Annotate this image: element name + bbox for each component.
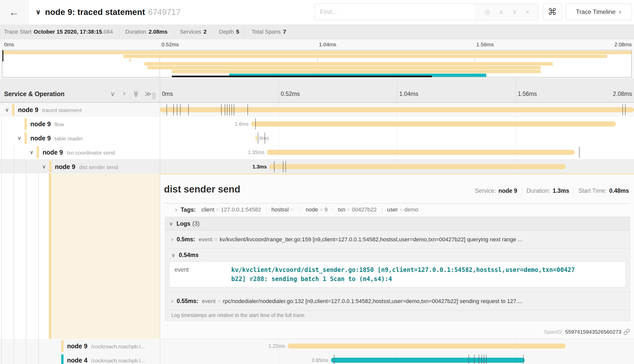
back-arrow-icon: ← xyxy=(9,7,19,18)
log-marker-tick xyxy=(225,104,225,115)
minimap-tick-label: 0ms xyxy=(4,41,14,48)
meta-label: Service: xyxy=(475,187,496,194)
tag-value: demo xyxy=(404,206,418,213)
minimap-span-bar xyxy=(129,58,131,62)
log-entry[interactable]: ›0.5ms:event=kv/kvclient/kvcoord/range_i… xyxy=(165,230,630,248)
tags-row[interactable]: › Tags: client=127.0.0.1:54582hostssl=no… xyxy=(175,206,418,213)
summary-separator xyxy=(174,28,174,35)
trace-timeline-selector[interactable]: Trace Timeline ∨ xyxy=(566,4,632,20)
tag-equals: = xyxy=(290,207,293,213)
trace-title[interactable]: ∨ node 9: traced statement 6749717 xyxy=(35,0,181,24)
log-marker-tick xyxy=(469,355,469,364)
collapse-chevron-icon[interactable]: ∨ xyxy=(35,8,41,16)
log-equals: = xyxy=(214,236,218,243)
column-resizer[interactable] xyxy=(153,93,155,99)
span-service-name: node 9 xyxy=(18,106,38,113)
tag-separator xyxy=(333,206,333,213)
meta-value: 0.48ms xyxy=(609,187,629,194)
back-button[interactable]: ← xyxy=(0,0,28,24)
tags-label: Tags: xyxy=(181,206,196,213)
log-entry-toggle[interactable]: ∨0.54ms xyxy=(165,248,630,260)
log-event-value: kv/kvclient/kvcoord/range_iter.go:159 [n… xyxy=(220,236,522,243)
log-marker-tick xyxy=(234,104,234,115)
locate-icon[interactable]: ◎ xyxy=(485,8,490,16)
span-operation-name: /cockroach.roachpb.I... xyxy=(91,358,145,363)
span-duration-bar[interactable] xyxy=(331,358,525,363)
expand-all-icon[interactable]: ≫ xyxy=(145,90,152,97)
summary-value: 5 xyxy=(236,29,239,35)
summary-label: Depth xyxy=(219,29,234,35)
span-name: node 9txn coordinator send xyxy=(43,149,115,156)
indent-guide xyxy=(14,145,14,159)
span-row[interactable]: node 9/cockroach.roachpb.I...1.22ms xyxy=(0,339,634,353)
summary-separator xyxy=(213,28,213,35)
span-row[interactable]: node 9flow1.6ms xyxy=(0,117,634,131)
minimap-span-bar xyxy=(147,66,541,69)
span-id-label: SpanID: xyxy=(544,329,563,335)
span-duration-bar[interactable] xyxy=(251,121,616,126)
minimap-canvas[interactable] xyxy=(2,50,632,77)
indent-guide xyxy=(1,145,2,159)
span-row[interactable]: node 4/cockroach.roachpb.I...0.85ms xyxy=(0,353,634,364)
timeline-gridline xyxy=(397,103,397,174)
summary-label: Trace Start xyxy=(4,29,31,35)
span-row[interactable]: ∨node 9table reader0ms xyxy=(0,131,634,145)
minimap-scrubber[interactable] xyxy=(2,50,4,61)
logs-header[interactable]: ∨ Logs (3) xyxy=(165,217,630,230)
collapse-all-icon[interactable]: ≫ xyxy=(133,90,140,97)
chevron-right-icon: › xyxy=(175,206,177,213)
timeline-gridline xyxy=(279,78,279,102)
prev-match-icon[interactable]: ∧ xyxy=(499,8,503,16)
timeline-gridline xyxy=(397,78,397,102)
span-service-name: node 9 xyxy=(55,163,75,170)
log-marker-tick xyxy=(484,355,484,364)
span-duration-bar[interactable] xyxy=(269,164,565,169)
log-marker-tick xyxy=(227,104,227,115)
summary-value-suffix: .084 xyxy=(102,29,113,35)
tag-value: 9 xyxy=(325,206,328,213)
span-collapse-chevron-icon[interactable]: ∨ xyxy=(17,135,21,141)
indent-guide xyxy=(26,339,26,353)
span-detail-fill[interactable] xyxy=(51,174,160,339)
minimap-span-bar xyxy=(2,51,631,54)
tag-key: user xyxy=(387,206,398,213)
span-row[interactable]: ∨node 9traced statement xyxy=(0,103,634,117)
span-row[interactable]: ∨node 9dist sender send1.3ms xyxy=(0,159,634,174)
collapse-one-icon[interactable]: ∨ xyxy=(110,90,115,97)
tag-key: node xyxy=(306,206,318,213)
span-duration-label: 0ms xyxy=(259,135,269,141)
detail-divider xyxy=(164,203,630,204)
summary-value: 7 xyxy=(283,29,286,35)
span-collapse-chevron-icon[interactable]: ∨ xyxy=(30,149,33,155)
keyboard-shortcuts-button[interactable]: ⌘ xyxy=(543,4,562,20)
span-duration-bar[interactable] xyxy=(288,344,566,349)
logs-count: (3) xyxy=(193,220,200,227)
minimap-viewport-bar[interactable] xyxy=(172,76,432,77)
trace-id: 6749717 xyxy=(148,7,180,17)
span-collapse-chevron-icon[interactable]: ∨ xyxy=(42,164,46,170)
span-duration-bar[interactable] xyxy=(160,107,634,112)
span-duration-bar[interactable] xyxy=(267,150,575,155)
meta-label: Start Time: xyxy=(579,187,607,194)
log-marker-tick xyxy=(479,355,479,364)
tag-equals: = xyxy=(216,207,219,213)
command-icon: ⌘ xyxy=(548,7,557,17)
span-name: node 9flow xyxy=(30,120,64,128)
span-operation-name: traced statement xyxy=(42,107,82,113)
span-row[interactable]: ∨node 9txn coordinator send1.35ms xyxy=(0,145,634,159)
tag-separator xyxy=(266,206,266,213)
minimap-tick-label: 1.56ms xyxy=(476,41,494,48)
next-match-icon[interactable]: ∨ xyxy=(512,8,517,16)
clear-search-icon[interactable]: × xyxy=(526,8,530,16)
log-entry[interactable]: ›0.55ms:event=rpc/nodedialer/nodedialer.… xyxy=(165,292,630,310)
copy-link-icon[interactable] xyxy=(623,329,630,335)
find-input[interactable] xyxy=(315,4,476,20)
span-duration-bar[interactable] xyxy=(256,136,257,141)
timeline-tick-label: 0.52ms xyxy=(281,91,300,97)
span-name: node 9dist sender send xyxy=(55,163,118,170)
expand-one-icon[interactable]: › xyxy=(123,90,125,97)
log-marker-tick xyxy=(221,104,222,115)
span-collapse-chevron-icon[interactable]: ∨ xyxy=(5,107,9,113)
chevron-right-icon: › xyxy=(171,298,173,304)
top-bar: ← ∨ node 9: traced statement 6749717 ◎ ∧… xyxy=(0,0,634,25)
